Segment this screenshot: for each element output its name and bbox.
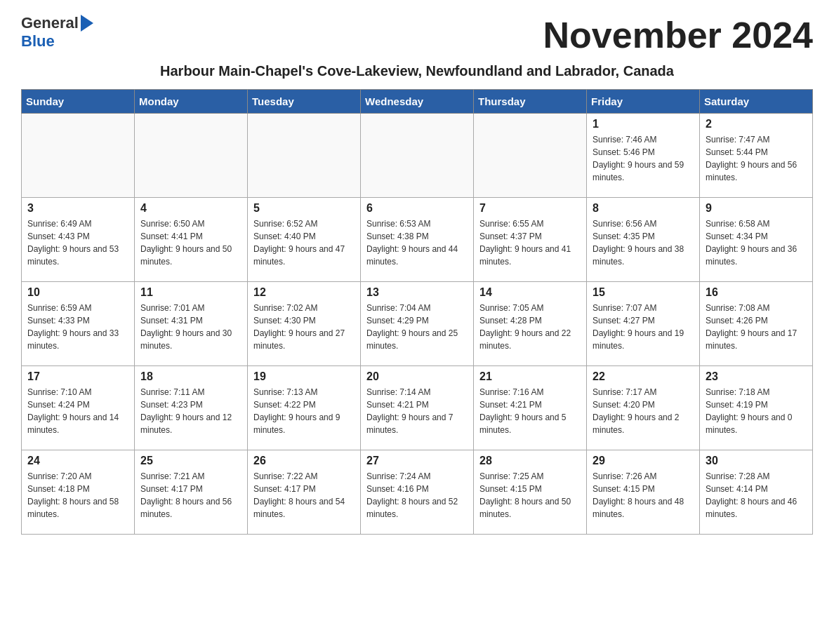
day-info: Sunrise: 7:26 AMSunset: 4:15 PMDaylight:…: [593, 470, 694, 521]
day-number: 13: [366, 286, 468, 299]
day-info: Sunrise: 7:25 AMSunset: 4:15 PMDaylight:…: [479, 470, 581, 521]
day-number: 11: [140, 286, 241, 299]
calendar-cell: 13Sunrise: 7:04 AMSunset: 4:29 PMDayligh…: [361, 282, 474, 366]
day-info: Sunrise: 6:58 AMSunset: 4:34 PMDaylight:…: [706, 217, 807, 268]
day-info: Sunrise: 6:50 AMSunset: 4:41 PMDaylight:…: [140, 217, 241, 268]
logo-arrow-icon: [81, 15, 93, 32]
calendar-cell: 22Sunrise: 7:17 AMSunset: 4:20 PMDayligh…: [587, 366, 700, 450]
day-info: Sunrise: 7:07 AMSunset: 4:27 PMDaylight:…: [593, 302, 694, 352]
day-number: 24: [27, 455, 128, 467]
day-number: 26: [253, 455, 355, 467]
day-number: 10: [27, 286, 128, 299]
day-info: Sunrise: 7:11 AMSunset: 4:23 PMDaylight:…: [140, 386, 241, 436]
day-info: Sunrise: 7:46 AMSunset: 5:46 PMDaylight:…: [593, 133, 694, 184]
day-info: Sunrise: 7:22 AMSunset: 4:17 PMDaylight:…: [253, 470, 355, 521]
day-info: Sunrise: 7:05 AMSunset: 4:28 PMDaylight:…: [479, 302, 581, 352]
day-info: Sunrise: 7:02 AMSunset: 4:30 PMDaylight:…: [253, 302, 355, 352]
calendar-cell: 23Sunrise: 7:18 AMSunset: 4:19 PMDayligh…: [700, 366, 813, 450]
logo: General Blue: [21, 14, 93, 51]
calendar-cell: 6Sunrise: 6:53 AMSunset: 4:38 PMDaylight…: [361, 198, 474, 282]
calendar-cell: [474, 114, 587, 198]
day-number: 23: [706, 370, 807, 383]
day-number: 8: [593, 202, 694, 215]
day-info: Sunrise: 6:55 AMSunset: 4:37 PMDaylight:…: [479, 217, 581, 268]
calendar-cell: 16Sunrise: 7:08 AMSunset: 4:26 PMDayligh…: [700, 282, 813, 366]
calendar-cell: 28Sunrise: 7:25 AMSunset: 4:15 PMDayligh…: [474, 450, 587, 535]
day-info: Sunrise: 7:13 AMSunset: 4:22 PMDaylight:…: [253, 386, 355, 436]
month-title: November 2024: [543, 14, 813, 56]
day-info: Sunrise: 7:24 AMSunset: 4:16 PMDaylight:…: [366, 470, 468, 521]
day-number: 6: [366, 202, 468, 215]
calendar-cell: 20Sunrise: 7:14 AMSunset: 4:21 PMDayligh…: [361, 366, 474, 450]
calendar-cell: 2Sunrise: 7:47 AMSunset: 5:44 PMDaylight…: [700, 114, 813, 198]
weekday-header-sunday: Sunday: [22, 90, 135, 114]
day-number: 14: [479, 286, 581, 299]
calendar-cell: 24Sunrise: 7:20 AMSunset: 4:18 PMDayligh…: [22, 450, 135, 535]
calendar-cell: [22, 114, 135, 198]
day-number: 7: [479, 202, 581, 215]
day-info: Sunrise: 7:17 AMSunset: 4:20 PMDaylight:…: [593, 386, 694, 436]
day-info: Sunrise: 7:10 AMSunset: 4:24 PMDaylight:…: [27, 386, 128, 436]
day-number: 16: [706, 286, 807, 299]
day-info: Sunrise: 6:53 AMSunset: 4:38 PMDaylight:…: [366, 217, 468, 268]
calendar-cell: 9Sunrise: 6:58 AMSunset: 4:34 PMDaylight…: [700, 198, 813, 282]
day-info: Sunrise: 7:04 AMSunset: 4:29 PMDaylight:…: [366, 302, 468, 352]
day-number: 25: [140, 455, 241, 467]
calendar-cell: 27Sunrise: 7:24 AMSunset: 4:16 PMDayligh…: [361, 450, 474, 535]
calendar-cell: [361, 114, 474, 198]
calendar-table: SundayMondayTuesdayWednesdayThursdayFrid…: [21, 89, 813, 535]
day-number: 17: [27, 370, 128, 383]
calendar-cell: 17Sunrise: 7:10 AMSunset: 4:24 PMDayligh…: [22, 366, 135, 450]
calendar-cell: 11Sunrise: 7:01 AMSunset: 4:31 PMDayligh…: [135, 282, 248, 366]
day-number: 12: [253, 286, 355, 299]
day-number: 5: [253, 202, 355, 215]
day-info: Sunrise: 7:47 AMSunset: 5:44 PMDaylight:…: [706, 133, 807, 184]
calendar-cell: 10Sunrise: 6:59 AMSunset: 4:33 PMDayligh…: [22, 282, 135, 366]
day-number: 19: [253, 370, 355, 383]
logo-blue-text: Blue: [21, 32, 55, 50]
calendar-cell: 19Sunrise: 7:13 AMSunset: 4:22 PMDayligh…: [248, 366, 361, 450]
calendar-cell: 5Sunrise: 6:52 AMSunset: 4:40 PMDaylight…: [248, 198, 361, 282]
calendar-cell: 25Sunrise: 7:21 AMSunset: 4:17 PMDayligh…: [135, 450, 248, 535]
calendar-cell: 21Sunrise: 7:16 AMSunset: 4:21 PMDayligh…: [474, 366, 587, 450]
day-info: Sunrise: 7:20 AMSunset: 4:18 PMDaylight:…: [27, 470, 128, 521]
weekday-header-thursday: Thursday: [474, 90, 587, 114]
calendar-cell: 4Sunrise: 6:50 AMSunset: 4:41 PMDaylight…: [135, 198, 248, 282]
day-number: 18: [140, 370, 241, 383]
calendar-cell: 29Sunrise: 7:26 AMSunset: 4:15 PMDayligh…: [587, 450, 700, 535]
weekday-header-saturday: Saturday: [700, 90, 813, 114]
day-info: Sunrise: 6:56 AMSunset: 4:35 PMDaylight:…: [593, 217, 694, 268]
day-number: 29: [593, 455, 694, 467]
day-number: 1: [593, 118, 694, 130]
calendar-cell: 3Sunrise: 6:49 AMSunset: 4:43 PMDaylight…: [22, 198, 135, 282]
day-info: Sunrise: 7:28 AMSunset: 4:14 PMDaylight:…: [706, 470, 807, 521]
calendar-cell: [248, 114, 361, 198]
day-number: 27: [366, 455, 468, 467]
day-number: 30: [706, 455, 807, 467]
day-info: Sunrise: 7:14 AMSunset: 4:21 PMDaylight:…: [366, 386, 468, 436]
calendar-cell: 26Sunrise: 7:22 AMSunset: 4:17 PMDayligh…: [248, 450, 361, 535]
weekday-header-monday: Monday: [135, 90, 248, 114]
calendar-cell: 18Sunrise: 7:11 AMSunset: 4:23 PMDayligh…: [135, 366, 248, 450]
page-header: General Blue November 2024: [21, 14, 813, 56]
logo-general-text: General: [21, 14, 79, 32]
day-number: 22: [593, 370, 694, 383]
weekday-header-wednesday: Wednesday: [361, 90, 474, 114]
calendar-cell: 30Sunrise: 7:28 AMSunset: 4:14 PMDayligh…: [700, 450, 813, 535]
day-number: 21: [479, 370, 581, 383]
day-info: Sunrise: 7:21 AMSunset: 4:17 PMDaylight:…: [140, 470, 241, 521]
day-number: 9: [706, 202, 807, 215]
day-number: 15: [593, 286, 694, 299]
calendar-cell: 8Sunrise: 6:56 AMSunset: 4:35 PMDaylight…: [587, 198, 700, 282]
calendar-cell: 1Sunrise: 7:46 AMSunset: 5:46 PMDaylight…: [587, 114, 700, 198]
day-info: Sunrise: 6:52 AMSunset: 4:40 PMDaylight:…: [253, 217, 355, 268]
calendar-cell: 14Sunrise: 7:05 AMSunset: 4:28 PMDayligh…: [474, 282, 587, 366]
day-number: 3: [27, 202, 128, 215]
calendar-cell: 15Sunrise: 7:07 AMSunset: 4:27 PMDayligh…: [587, 282, 700, 366]
weekday-header-tuesday: Tuesday: [248, 90, 361, 114]
day-number: 28: [479, 455, 581, 467]
day-number: 20: [366, 370, 468, 383]
day-info: Sunrise: 6:49 AMSunset: 4:43 PMDaylight:…: [27, 217, 128, 268]
day-info: Sunrise: 6:59 AMSunset: 4:33 PMDaylight:…: [27, 302, 128, 352]
weekday-header-friday: Friday: [587, 90, 700, 114]
